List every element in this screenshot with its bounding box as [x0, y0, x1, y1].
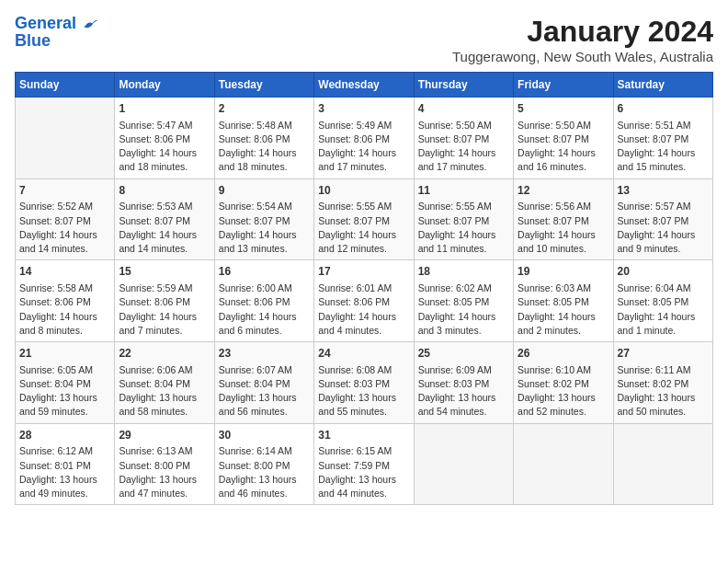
- calendar-cell: 18Sunrise: 6:02 AM Sunset: 8:05 PM Dayli…: [414, 260, 513, 342]
- day-info: Sunrise: 6:10 AM Sunset: 8:02 PM Dayligh…: [518, 363, 609, 419]
- day-number: 8: [119, 183, 210, 199]
- day-info: Sunrise: 5:54 AM Sunset: 8:07 PM Dayligh…: [219, 200, 310, 256]
- day-number: 25: [418, 346, 509, 362]
- calendar-cell: 12Sunrise: 5:56 AM Sunset: 8:07 PM Dayli…: [514, 178, 613, 260]
- day-info: Sunrise: 5:59 AM Sunset: 8:06 PM Dayligh…: [119, 282, 210, 338]
- day-number: 4: [418, 101, 509, 117]
- day-number: 6: [618, 101, 709, 117]
- calendar-cell: 9Sunrise: 5:54 AM Sunset: 8:07 PM Daylig…: [214, 178, 313, 260]
- day-number: 10: [318, 183, 409, 199]
- day-number: 26: [518, 346, 609, 362]
- calendar-cell: 28Sunrise: 6:12 AM Sunset: 8:01 PM Dayli…: [16, 423, 115, 505]
- calendar-cell: [16, 98, 115, 179]
- day-info: Sunrise: 6:08 AM Sunset: 8:03 PM Dayligh…: [318, 363, 409, 419]
- day-info: Sunrise: 6:15 AM Sunset: 7:59 PM Dayligh…: [318, 444, 409, 500]
- day-number: 21: [19, 346, 110, 362]
- day-number: 9: [219, 183, 310, 199]
- day-info: Sunrise: 5:55 AM Sunset: 8:07 PM Dayligh…: [318, 200, 409, 256]
- day-number: 15: [119, 264, 210, 280]
- weekday-header-cell: Thursday: [414, 73, 513, 98]
- calendar-cell: 15Sunrise: 5:59 AM Sunset: 8:06 PM Dayli…: [115, 260, 214, 342]
- day-number: 11: [418, 183, 509, 199]
- calendar-cell: 26Sunrise: 6:10 AM Sunset: 8:02 PM Dayli…: [514, 342, 613, 424]
- calendar-cell: [414, 423, 513, 505]
- calendar-cell: 23Sunrise: 6:07 AM Sunset: 8:04 PM Dayli…: [214, 342, 313, 424]
- calendar-cell: [613, 423, 712, 505]
- calendar-cell: 25Sunrise: 6:09 AM Sunset: 8:03 PM Dayli…: [414, 342, 513, 424]
- day-number: 12: [518, 183, 609, 199]
- main-title: January 2024: [452, 15, 713, 49]
- day-info: Sunrise: 5:49 AM Sunset: 8:06 PM Dayligh…: [318, 119, 409, 175]
- day-info: Sunrise: 6:03 AM Sunset: 8:05 PM Dayligh…: [518, 282, 609, 338]
- calendar-week-row: 1Sunrise: 5:47 AM Sunset: 8:06 PM Daylig…: [16, 98, 713, 179]
- day-number: 18: [418, 264, 509, 280]
- day-info: Sunrise: 6:11 AM Sunset: 8:02 PM Dayligh…: [618, 363, 709, 419]
- calendar-cell: [514, 423, 613, 505]
- weekday-header-cell: Wednesday: [314, 73, 414, 98]
- day-number: 28: [19, 428, 110, 443]
- calendar-cell: 4Sunrise: 5:50 AM Sunset: 8:07 PM Daylig…: [414, 98, 513, 179]
- day-number: 3: [318, 101, 409, 117]
- day-info: Sunrise: 5:50 AM Sunset: 8:07 PM Dayligh…: [418, 119, 509, 175]
- day-number: 22: [119, 346, 210, 362]
- calendar-cell: 3Sunrise: 5:49 AM Sunset: 8:06 PM Daylig…: [314, 98, 414, 179]
- day-number: 30: [219, 428, 310, 443]
- calendar-table: SundayMondayTuesdayWednesdayThursdayFrid…: [15, 72, 713, 505]
- calendar-cell: 14Sunrise: 5:58 AM Sunset: 8:06 PM Dayli…: [16, 260, 115, 342]
- calendar-cell: 20Sunrise: 6:04 AM Sunset: 8:05 PM Dayli…: [613, 260, 712, 342]
- day-number: 14: [19, 264, 110, 280]
- calendar-cell: 10Sunrise: 5:55 AM Sunset: 8:07 PM Dayli…: [314, 178, 414, 260]
- subtitle: Tuggerawong, New South Wales, Australia: [452, 49, 713, 64]
- day-number: 19: [518, 264, 609, 280]
- calendar-cell: 21Sunrise: 6:05 AM Sunset: 8:04 PM Dayli…: [16, 342, 115, 424]
- day-info: Sunrise: 5:56 AM Sunset: 8:07 PM Dayligh…: [518, 200, 609, 256]
- weekday-header-row: SundayMondayTuesdayWednesdayThursdayFrid…: [16, 73, 713, 98]
- day-info: Sunrise: 6:01 AM Sunset: 8:06 PM Dayligh…: [318, 282, 409, 338]
- day-info: Sunrise: 6:06 AM Sunset: 8:04 PM Dayligh…: [119, 363, 210, 419]
- day-info: Sunrise: 5:53 AM Sunset: 8:07 PM Dayligh…: [119, 200, 210, 256]
- day-info: Sunrise: 6:00 AM Sunset: 8:06 PM Dayligh…: [219, 282, 310, 338]
- day-info: Sunrise: 5:51 AM Sunset: 8:07 PM Dayligh…: [618, 119, 709, 175]
- calendar-body: 1Sunrise: 5:47 AM Sunset: 8:06 PM Daylig…: [16, 98, 713, 505]
- title-area: January 2024 Tuggerawong, New South Wale…: [452, 15, 713, 64]
- calendar-cell: 27Sunrise: 6:11 AM Sunset: 8:02 PM Dayli…: [613, 342, 712, 424]
- calendar-cell: 16Sunrise: 6:00 AM Sunset: 8:06 PM Dayli…: [214, 260, 313, 342]
- day-info: Sunrise: 6:09 AM Sunset: 8:03 PM Dayligh…: [418, 363, 509, 419]
- calendar-cell: 17Sunrise: 6:01 AM Sunset: 8:06 PM Dayli…: [314, 260, 414, 342]
- calendar-cell: 30Sunrise: 6:14 AM Sunset: 8:00 PM Dayli…: [214, 423, 313, 505]
- day-number: 20: [618, 264, 709, 280]
- header: General Blue January 2024 Tuggerawong, N…: [15, 15, 713, 64]
- calendar-cell: 1Sunrise: 5:47 AM Sunset: 8:06 PM Daylig…: [115, 98, 214, 179]
- calendar-cell: 24Sunrise: 6:08 AM Sunset: 8:03 PM Dayli…: [314, 342, 414, 424]
- day-info: Sunrise: 5:50 AM Sunset: 8:07 PM Dayligh…: [518, 119, 609, 175]
- day-info: Sunrise: 6:14 AM Sunset: 8:00 PM Dayligh…: [219, 444, 310, 500]
- calendar-week-row: 14Sunrise: 5:58 AM Sunset: 8:06 PM Dayli…: [16, 260, 713, 342]
- calendar-cell: 11Sunrise: 5:55 AM Sunset: 8:07 PM Dayli…: [414, 178, 513, 260]
- day-number: 27: [618, 346, 709, 362]
- day-number: 13: [618, 183, 709, 199]
- day-info: Sunrise: 5:58 AM Sunset: 8:06 PM Dayligh…: [19, 282, 110, 338]
- day-number: 5: [518, 101, 609, 117]
- day-number: 17: [318, 264, 409, 280]
- day-info: Sunrise: 5:47 AM Sunset: 8:06 PM Dayligh…: [119, 119, 210, 175]
- day-info: Sunrise: 6:02 AM Sunset: 8:05 PM Dayligh…: [418, 282, 509, 338]
- logo-bird-icon: [83, 17, 99, 30]
- weekday-header-cell: Tuesday: [214, 73, 313, 98]
- calendar-cell: 6Sunrise: 5:51 AM Sunset: 8:07 PM Daylig…: [613, 98, 712, 179]
- weekday-header-cell: Saturday: [613, 73, 712, 98]
- day-info: Sunrise: 5:55 AM Sunset: 8:07 PM Dayligh…: [418, 200, 509, 256]
- day-number: 7: [19, 183, 110, 199]
- calendar-cell: 19Sunrise: 6:03 AM Sunset: 8:05 PM Dayli…: [514, 260, 613, 342]
- calendar-week-row: 21Sunrise: 6:05 AM Sunset: 8:04 PM Dayli…: [16, 342, 713, 424]
- calendar-cell: 31Sunrise: 6:15 AM Sunset: 7:59 PM Dayli…: [314, 423, 414, 505]
- day-number: 16: [219, 264, 310, 280]
- day-info: Sunrise: 6:13 AM Sunset: 8:00 PM Dayligh…: [119, 444, 210, 500]
- calendar-cell: 22Sunrise: 6:06 AM Sunset: 8:04 PM Dayli…: [115, 342, 214, 424]
- calendar-cell: 29Sunrise: 6:13 AM Sunset: 8:00 PM Dayli…: [115, 423, 214, 505]
- calendar-cell: 8Sunrise: 5:53 AM Sunset: 8:07 PM Daylig…: [115, 178, 214, 260]
- calendar-cell: 5Sunrise: 5:50 AM Sunset: 8:07 PM Daylig…: [514, 98, 613, 179]
- day-number: 24: [318, 346, 409, 362]
- weekday-header-cell: Friday: [514, 73, 613, 98]
- logo-blue-text: Blue: [15, 31, 51, 51]
- calendar-cell: 7Sunrise: 5:52 AM Sunset: 8:07 PM Daylig…: [16, 178, 115, 260]
